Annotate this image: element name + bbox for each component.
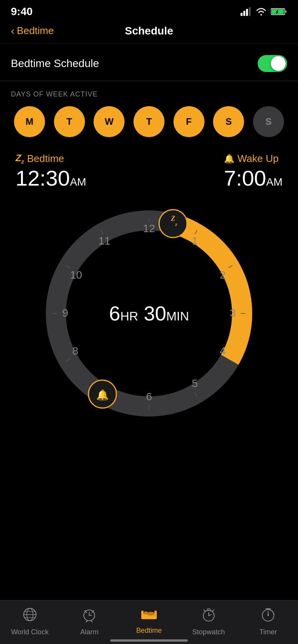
schedule-label: Bedtime Schedule xyxy=(11,57,99,70)
day-sunday[interactable]: S xyxy=(253,106,284,137)
day-wednesday[interactable]: W xyxy=(94,106,125,137)
bedtime-block: Zz Bedtime 12:30AM xyxy=(16,153,86,190)
svg-text:9: 9 xyxy=(62,307,68,319)
days-section: DAYS OF WEEK ACTIVE M T W T F S S xyxy=(0,81,298,143)
world-clock-icon xyxy=(22,607,38,626)
svg-rect-1 xyxy=(243,11,245,16)
day-thursday[interactable]: T xyxy=(133,106,165,137)
wakeup-label: Wake Up xyxy=(237,153,279,165)
svg-text:12: 12 xyxy=(143,222,155,234)
bell-icon: 🔔 xyxy=(224,154,234,164)
svg-text:10: 10 xyxy=(70,269,82,281)
nav-header: ‹ Bedtime Schedule xyxy=(0,21,298,43)
svg-point-63 xyxy=(267,615,269,616)
svg-line-55 xyxy=(209,615,211,616)
day-friday[interactable]: F xyxy=(173,106,204,137)
wakeup-block: 🔔 Wake Up 7:00AM xyxy=(224,153,282,190)
days-row: M T W T F S S xyxy=(11,106,287,137)
svg-text:3: 3 xyxy=(230,307,236,319)
battery-icon xyxy=(271,7,287,16)
status-time: 9:40 xyxy=(11,5,33,18)
toggle-knob xyxy=(271,56,286,71)
home-indicator xyxy=(110,639,188,642)
timer-icon xyxy=(260,607,276,626)
clock-container: 12 1 2 3 4 5 6 7 8 9 10 11 xyxy=(33,197,265,430)
svg-text:1: 1 xyxy=(192,235,198,247)
svg-text:11: 11 xyxy=(98,235,110,247)
tab-timer-label: Timer xyxy=(260,628,277,636)
svg-line-47 xyxy=(91,621,92,622)
back-label: Bedtime xyxy=(17,25,54,37)
tab-alarm[interactable]: Alarm xyxy=(60,607,120,636)
tab-bedtime-label: Bedtime xyxy=(136,627,162,635)
svg-line-59 xyxy=(204,610,205,611)
wakeup-time-value: 7:00 xyxy=(224,166,266,190)
bedtime-time-value: 12:30 xyxy=(16,166,70,190)
duration-hours: 6 xyxy=(109,302,120,325)
page-title: Schedule xyxy=(125,25,173,37)
sleep-icon: Zz xyxy=(16,153,24,165)
back-chevron-icon: ‹ xyxy=(11,26,14,36)
wifi-icon xyxy=(255,7,267,16)
time-info-row: Zz Bedtime 12:30AM 🔔 Wake Up 7:00AM xyxy=(0,143,298,193)
bedtime-handle[interactable] xyxy=(159,210,187,238)
svg-text:🔔: 🔔 xyxy=(96,389,109,401)
svg-point-52 xyxy=(147,612,155,616)
duration-hours-unit: HR xyxy=(120,309,138,323)
day-tuesday[interactable]: T xyxy=(54,106,85,137)
svg-rect-2 xyxy=(246,9,248,16)
bedtime-icon xyxy=(140,607,158,624)
tab-bar: World Clock Alarm xyxy=(0,600,298,644)
svg-rect-3 xyxy=(249,7,251,16)
duration-minutes: 30 xyxy=(144,302,166,325)
schedule-toggle-row: Bedtime Schedule xyxy=(0,46,298,81)
wakeup-header: 🔔 Wake Up xyxy=(224,153,282,165)
stopwatch-icon xyxy=(201,607,217,626)
svg-text:6: 6 xyxy=(146,391,152,403)
svg-text:Z: Z xyxy=(171,215,175,222)
duration-minutes-unit: MIN xyxy=(166,309,189,323)
tab-stopwatch-label: Stopwatch xyxy=(192,628,225,636)
bedtime-header: Zz Bedtime xyxy=(16,153,86,165)
bedtime-label: Bedtime xyxy=(27,153,64,165)
svg-rect-49 xyxy=(141,611,144,615)
wakeup-time: 7:00AM xyxy=(224,166,282,190)
content: Bedtime Schedule DAYS OF WEEK ACTIVE M T… xyxy=(0,46,298,496)
tab-world-clock-label: World Clock xyxy=(11,628,49,636)
svg-text:5: 5 xyxy=(192,377,198,389)
svg-text:4: 4 xyxy=(220,345,226,357)
tab-timer[interactable]: Timer xyxy=(238,607,298,636)
clock-duration: 6HR 30MIN xyxy=(109,302,189,325)
bedtime-schedule-toggle[interactable] xyxy=(258,55,287,72)
tab-alarm-label: Alarm xyxy=(80,628,99,636)
svg-text:2: 2 xyxy=(220,269,226,281)
back-button[interactable]: ‹ Bedtime xyxy=(11,25,54,37)
signal-icon xyxy=(241,7,251,16)
days-label: DAYS OF WEEK ACTIVE xyxy=(11,90,287,98)
svg-line-58 xyxy=(213,610,214,611)
tab-bedtime[interactable]: Bedtime xyxy=(119,607,179,635)
svg-rect-6 xyxy=(285,10,287,13)
day-saturday[interactable]: S xyxy=(213,106,244,137)
svg-rect-0 xyxy=(241,13,243,16)
bedtime-time: 12:30AM xyxy=(16,166,86,190)
tab-world-clock[interactable]: World Clock xyxy=(0,607,60,636)
svg-text:z: z xyxy=(175,221,177,227)
wakeup-ampm: AM xyxy=(266,176,282,188)
alarm-icon xyxy=(81,607,97,626)
svg-line-46 xyxy=(86,621,87,622)
clock-center-text: 6HR 30MIN xyxy=(109,302,189,325)
status-icons xyxy=(241,7,287,16)
svg-rect-56 xyxy=(207,609,210,610)
bedtime-ampm: AM xyxy=(70,176,86,188)
svg-text:8: 8 xyxy=(72,345,78,357)
status-bar: 9:40 xyxy=(0,0,298,21)
day-monday[interactable]: M xyxy=(14,106,45,137)
tab-stopwatch[interactable]: Stopwatch xyxy=(179,607,239,636)
